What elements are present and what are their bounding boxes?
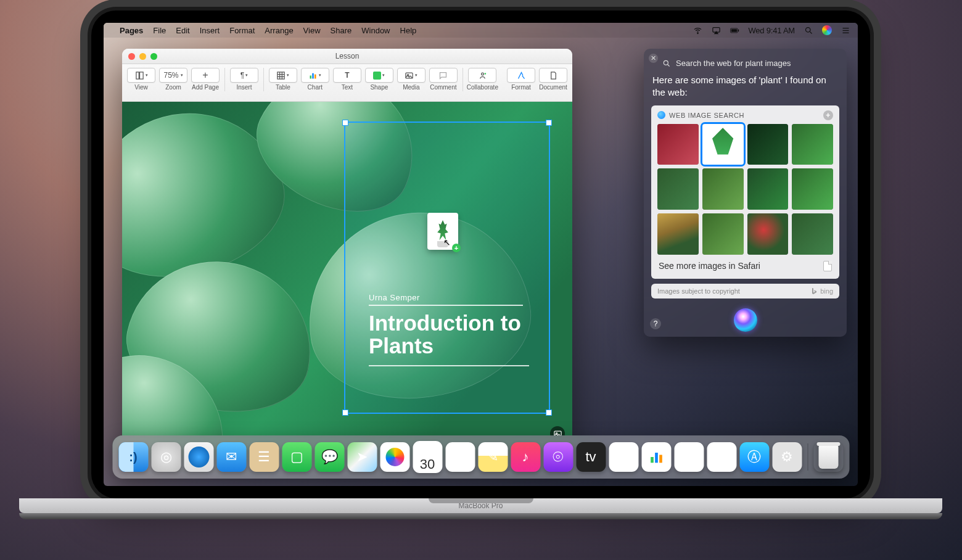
dock-safari[interactable] xyxy=(184,442,213,472)
dock-pages[interactable]: ✎ xyxy=(707,442,736,472)
image-result[interactable] xyxy=(702,168,744,210)
dock-news[interactable]: N xyxy=(609,442,638,472)
image-result[interactable] xyxy=(792,168,833,210)
toolbar-format[interactable]: Format xyxy=(507,68,535,91)
dock-contacts[interactable]: ☰ xyxy=(249,442,279,472)
document-title[interactable]: Introduction to Plants xyxy=(369,312,529,366)
siri-menubar-icon[interactable] xyxy=(822,25,832,35)
dock-appstore[interactable]: Ⓐ xyxy=(739,442,769,472)
copy-plus-badge: + xyxy=(452,244,461,252)
document-canvas[interactable]: ↖ + Urna Semper Introduction to Plants xyxy=(122,102,572,443)
window-titlebar[interactable]: Lesson xyxy=(122,49,572,64)
dock-numbers[interactable] xyxy=(641,442,671,472)
siri-panel: ✕ Search the web for plant images Here a… xyxy=(644,49,847,337)
see-more-in-safari[interactable]: See more images in Safari xyxy=(657,255,833,274)
toolbar-add-page[interactable]: + Add Page xyxy=(191,68,220,91)
menubar-clock[interactable]: Wed 9:41 AM xyxy=(748,26,795,35)
resize-handle[interactable] xyxy=(342,410,348,416)
dock-launchpad[interactable]: ◎ xyxy=(151,442,181,472)
dock-tv[interactable]: tv xyxy=(576,442,606,472)
menubar-app-name[interactable]: Pages xyxy=(120,26,143,35)
document-text-block[interactable]: Urna Semper Introduction to Plants xyxy=(369,293,529,366)
image-result[interactable] xyxy=(792,124,833,165)
image-result[interactable] xyxy=(747,168,789,210)
dock-podcasts[interactable]: ⦾ xyxy=(543,442,573,472)
dock-keynote[interactable]: ▤ xyxy=(674,442,704,472)
page-icon xyxy=(823,261,832,271)
menu-format[interactable]: Format xyxy=(229,26,255,35)
pin-results-button[interactable]: + xyxy=(823,110,833,120)
document-author[interactable]: Urna Semper xyxy=(369,293,523,306)
image-results-grid xyxy=(657,124,833,255)
dock-messages[interactable]: 💬 xyxy=(314,442,344,472)
image-result[interactable] xyxy=(657,124,699,165)
siri-help-button[interactable]: ? xyxy=(650,318,661,329)
svg-point-21 xyxy=(482,73,484,75)
image-result[interactable] xyxy=(657,213,699,255)
toolbar-document[interactable]: Document xyxy=(539,68,567,91)
toolbar-shape[interactable]: ▾ Shape xyxy=(365,68,393,91)
dock-facetime[interactable]: ▢ xyxy=(282,442,311,472)
battery-icon[interactable] xyxy=(730,25,739,35)
svg-point-25 xyxy=(664,60,668,65)
image-result[interactable] xyxy=(702,213,744,255)
toolbar-text[interactable]: T Text xyxy=(333,68,361,91)
dock-trash[interactable] xyxy=(813,442,843,472)
svg-rect-17 xyxy=(313,73,314,78)
svg-rect-27 xyxy=(655,453,658,463)
dock-notes[interactable]: ✎ xyxy=(478,442,508,472)
image-result[interactable] xyxy=(657,168,699,210)
dock-calendar[interactable]: OCT30 xyxy=(413,441,442,473)
svg-point-0 xyxy=(697,33,698,33)
menu-insert[interactable]: Insert xyxy=(200,26,220,35)
toolbar-chart[interactable]: ▾ Chart xyxy=(301,68,329,91)
image-result[interactable] xyxy=(747,213,789,255)
image-result[interactable] xyxy=(747,124,789,165)
drag-image-thumbnail[interactable]: ↖ + xyxy=(427,213,458,250)
menu-help[interactable]: Help xyxy=(400,26,417,35)
menu-window[interactable]: Window xyxy=(361,26,390,35)
dock-reminders[interactable]: ☰ xyxy=(445,442,475,472)
svg-rect-16 xyxy=(310,75,312,78)
card-title: WEB IMAGE SEARCH xyxy=(669,112,744,119)
toolbar-insert[interactable]: ¶▾ Insert xyxy=(230,68,258,91)
dock-finder[interactable] xyxy=(118,442,148,472)
toolbar-collaborate[interactable]: Collaborate xyxy=(468,68,497,91)
image-selection[interactable] xyxy=(344,121,550,414)
dock-music[interactable]: ♪ xyxy=(511,442,540,472)
laptop-base-edge xyxy=(19,513,942,519)
menu-edit[interactable]: Edit xyxy=(176,26,189,35)
siri-close-button[interactable]: ✕ xyxy=(649,54,658,63)
resize-handle[interactable] xyxy=(546,120,552,126)
svg-rect-9 xyxy=(136,72,138,78)
laptop-frame: Pages File Edit Insert Format Arrange Vi… xyxy=(91,10,870,498)
dock-system-preferences[interactable]: ⚙︎ xyxy=(772,442,802,472)
toolbar-comment[interactable]: Comment xyxy=(429,68,458,91)
toolbar-view[interactable]: ▾ View xyxy=(127,68,155,91)
resize-handle[interactable] xyxy=(546,410,552,416)
airplay-icon[interactable] xyxy=(711,25,721,35)
toolbar-table[interactable]: ▾ Table xyxy=(269,68,297,91)
dock-mail[interactable]: ✉︎ xyxy=(216,442,246,472)
svg-rect-26 xyxy=(651,457,654,463)
dock-maps[interactable]: ➤ xyxy=(347,442,377,472)
svg-rect-4 xyxy=(731,29,737,32)
notification-center-icon[interactable] xyxy=(841,25,850,35)
resize-handle[interactable] xyxy=(342,120,348,126)
image-result[interactable] xyxy=(792,213,833,255)
desktop-photo-frame: Pages File Edit Insert Format Arrange Vi… xyxy=(0,0,962,560)
spotlight-icon[interactable] xyxy=(804,25,813,35)
wifi-icon[interactable] xyxy=(693,25,702,35)
menu-view[interactable]: View xyxy=(303,26,321,35)
toolbar-media[interactable]: ▾ Media xyxy=(397,68,426,91)
dock-photos[interactable] xyxy=(380,442,409,472)
menu-file[interactable]: File xyxy=(153,26,166,35)
image-result-selected[interactable] xyxy=(702,124,744,165)
siri-orb-icon[interactable] xyxy=(734,308,757,332)
menu-arrange[interactable]: Arrange xyxy=(265,26,293,35)
menu-share[interactable]: Share xyxy=(331,26,352,35)
attribution-card: Images subject to copyright bing xyxy=(651,284,839,299)
laptop-notch xyxy=(429,498,533,503)
toolbar-zoom[interactable]: 75%▾ Zoom xyxy=(159,68,187,91)
menubar-status: Wed 9:41 AM xyxy=(693,25,850,35)
